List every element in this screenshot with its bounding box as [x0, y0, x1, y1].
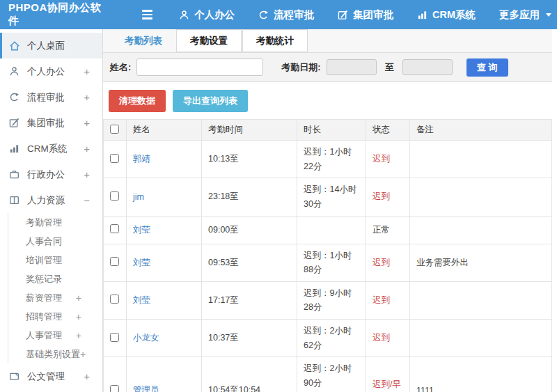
status-badge: 迟到 — [372, 191, 390, 201]
employee-name-link[interactable]: 管理员 — [133, 385, 159, 392]
sidebar-item-personal-office[interactable]: 个人办公 + — [0, 58, 102, 84]
sidebar-subitem[interactable]: 招聘管理 + — [8, 307, 102, 326]
topnav-label: 流程审批 — [274, 8, 314, 22]
edit-icon — [338, 10, 348, 20]
sidebar-item-group-approval[interactable]: 集团审批 + — [0, 110, 102, 136]
note-cell: 业务需要外出 — [410, 244, 552, 281]
attendance-time-cell: 10:54至10:54 — [202, 357, 297, 392]
expand-icon[interactable]: + — [84, 168, 90, 180]
briefcase-icon — [9, 169, 21, 180]
expand-icon[interactable]: + — [84, 91, 90, 103]
employee-name-link[interactable]: 郭靖 — [133, 154, 150, 164]
sidebar-subitem[interactable]: 基础类别设置 + — [8, 345, 102, 363]
col-header-duration: 时长 — [297, 120, 366, 141]
top-nav: 个人办公 流程审批 集团审批 CRM系统 更多应用 — [179, 8, 551, 22]
sidebar-subitem[interactable]: 人事管理 + — [8, 326, 102, 345]
name-input[interactable] — [136, 58, 263, 76]
sidebar-subitem[interactable]: 培训管理 — [8, 251, 102, 269]
expand-icon[interactable]: + — [80, 349, 86, 360]
row-checkbox[interactable] — [110, 333, 119, 342]
sidebar-item-admin-office[interactable]: 行政办公 + — [0, 162, 102, 187]
date-from-input[interactable] — [327, 59, 377, 75]
collapse-icon[interactable]: − — [84, 194, 90, 206]
status-badge: 迟到/早退 — [372, 379, 401, 392]
date-to-input[interactable] — [402, 59, 453, 75]
to-label: 至 — [385, 61, 394, 74]
edit-icon — [9, 118, 21, 128]
expand-icon[interactable]: + — [76, 292, 81, 304]
document-icon — [9, 371, 21, 382]
user-icon — [9, 66, 21, 77]
table-actions: 清理数据 导出查询列表 — [103, 82, 552, 119]
sidebar-subitem[interactable]: 考勤管理 — [8, 213, 102, 232]
sidebar-subitem[interactable]: 奖惩记录 — [8, 269, 102, 288]
expand-icon[interactable]: + — [76, 330, 81, 341]
sidebar-item-vehicles[interactable]: 用车管理 + — [0, 389, 102, 392]
topnav-label: 集团审批 — [353, 8, 393, 22]
topnav-item-crm[interactable]: CRM系统 — [417, 8, 476, 22]
sidebar-subitem-label: 考勤管理 — [26, 217, 81, 229]
expand-icon[interactable]: + — [84, 117, 90, 129]
clean-data-button[interactable]: 清理数据 — [109, 90, 166, 112]
sidebar-subitem-label: 人事管理 — [26, 329, 76, 342]
sidebar-item-workflow[interactable]: 流程审批 + — [0, 84, 102, 110]
row-checkbox[interactable] — [110, 191, 119, 201]
sidebar-item-label: 流程审批 — [27, 91, 84, 104]
employee-name-link[interactable]: 刘莹 — [133, 258, 150, 267]
note-cell — [410, 141, 552, 178]
col-header-time: 考勤时间 — [202, 120, 297, 141]
tab-attendance-list[interactable]: 考勤列表 — [111, 29, 175, 52]
sidebar-subitem[interactable]: 人事合同 — [8, 232, 102, 251]
row-checkbox[interactable] — [110, 154, 119, 163]
expand-icon[interactable]: + — [84, 370, 90, 382]
sidebar-subitem-label: 招聘管理 — [26, 311, 76, 323]
employee-name-link[interactable]: 刘莹 — [133, 295, 150, 305]
row-checkbox[interactable] — [110, 224, 119, 233]
attendance-time-cell: 10:37至 — [202, 320, 297, 357]
attendance-time-cell: 09:53至 — [202, 244, 297, 281]
date-label: 考勤日期: — [281, 61, 320, 74]
row-checkbox[interactable] — [110, 257, 119, 266]
note-cell — [410, 216, 552, 244]
expand-icon[interactable]: + — [76, 311, 81, 322]
sidebar-item-documents[interactable]: 公文管理 + — [0, 363, 102, 389]
top-navbar: PHPOA协同办公软件 个人办公 流程审批 集团审批 CRM系统 — [0, 0, 557, 29]
topnav-item-more-apps[interactable]: 更多应用 — [499, 8, 551, 22]
employee-name-link[interactable]: jim — [133, 192, 144, 202]
sidebar-item-label: CRM系统 — [27, 143, 84, 155]
select-all-checkbox[interactable] — [110, 125, 119, 134]
note-cell — [410, 320, 552, 357]
topnav-item-workflow[interactable]: 流程审批 — [258, 8, 314, 22]
topnav-item-personal-office[interactable]: 个人办公 — [179, 8, 235, 22]
topnav-item-group-approval[interactable]: 集团审批 — [338, 8, 393, 22]
sidebar-item-label: 个人办公 — [27, 65, 84, 78]
table-row: 小龙女 10:37至 迟到：2小时62分 迟到 — [104, 320, 552, 357]
employee-name-link[interactable]: 小龙女 — [133, 333, 159, 343]
employee-name-link[interactable]: 刘莹 — [133, 225, 150, 235]
status-badge: 迟到 — [372, 333, 390, 343]
tab-attendance-stats[interactable]: 考勤统计 — [242, 29, 308, 52]
sidebar-item-label: 人力资源 — [27, 194, 84, 207]
expand-icon[interactable]: + — [84, 65, 90, 77]
export-list-button[interactable]: 导出查询列表 — [173, 90, 248, 112]
search-button[interactable]: 查 询 — [466, 58, 508, 77]
duration-cell: 迟到：9小时28分 — [297, 281, 366, 319]
table-row: 管理员 10:54至10:54 迟到：2小时90分 早退：7小时10分 迟到/早… — [104, 357, 552, 392]
flow-icon — [258, 10, 269, 20]
tab-attendance-settings[interactable]: 考勤设置 — [176, 29, 242, 52]
duration-cell: 迟到：2小时62分 — [297, 320, 366, 357]
sidebar-subitem-label: 培训管理 — [26, 254, 81, 267]
sidebar-item-crm[interactable]: CRM系统 + — [0, 136, 102, 162]
menu-toggle-icon[interactable] — [142, 10, 152, 19]
duration-cell: 迟到：14小时30分 — [297, 178, 366, 216]
sidebar-item-desktop[interactable]: 个人桌面 — [0, 33, 102, 58]
col-header-note: 备注 — [410, 120, 552, 141]
row-checkbox[interactable] — [110, 385, 119, 392]
search-toolbar: 姓名: 考勤日期: 至 查 询 — [103, 53, 552, 82]
sidebar-subitem[interactable]: 薪资管理 + — [8, 288, 102, 307]
row-checkbox[interactable] — [110, 295, 119, 304]
topnav-label: CRM系统 — [432, 8, 476, 22]
sidebar-item-hr[interactable]: 人力资源 − — [0, 187, 102, 213]
expand-icon[interactable]: + — [84, 143, 90, 155]
book-icon — [9, 195, 21, 205]
